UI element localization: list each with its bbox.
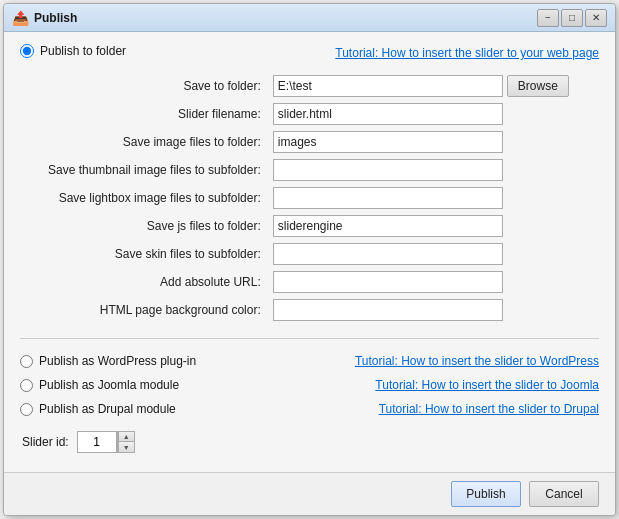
- field-label: Save to folder:: [20, 72, 269, 100]
- close-button[interactable]: ✕: [585, 9, 607, 27]
- spinner-down-button[interactable]: ▼: [118, 442, 134, 452]
- joomla-tutorial-link[interactable]: Tutorial: How to insert the slider to Jo…: [375, 378, 599, 392]
- table-row: Save image files to folder:: [20, 128, 599, 156]
- absolute-url-input[interactable]: [273, 271, 503, 293]
- joomla-label: Publish as Joomla module: [39, 378, 179, 392]
- skin-subfolder-input[interactable]: [273, 243, 503, 265]
- browse-button[interactable]: Browse: [507, 75, 569, 97]
- window-title: Publish: [34, 11, 537, 25]
- table-row: Save lightbox image files to subfolder:: [20, 184, 599, 212]
- table-row: Save to folder: Browse: [20, 72, 599, 100]
- field-label: Save thumbnail image files to subfolder:: [20, 156, 269, 184]
- image-folder-input[interactable]: [273, 131, 503, 153]
- field-cell: [269, 100, 599, 128]
- maximize-button[interactable]: □: [561, 9, 583, 27]
- field-label: Save skin files to subfolder:: [20, 240, 269, 268]
- window-icon: 📤: [12, 10, 28, 26]
- spinner-buttons: ▲ ▼: [117, 431, 135, 453]
- divider: [20, 338, 599, 339]
- field-label: Add absolute URL:: [20, 268, 269, 296]
- publish-folder-label: Publish to folder: [40, 44, 126, 58]
- js-folder-input[interactable]: [273, 215, 503, 237]
- field-label: Save image files to folder:: [20, 128, 269, 156]
- joomla-radio[interactable]: [20, 379, 33, 392]
- joomla-row: Publish as Joomla module Tutorial: How t…: [20, 373, 599, 397]
- table-row: Save thumbnail image files to subfolder:: [20, 156, 599, 184]
- slider-filename-input[interactable]: [273, 103, 503, 125]
- table-row: Save skin files to subfolder:: [20, 240, 599, 268]
- table-row: HTML page background color:: [20, 296, 599, 324]
- publish-dialog: 📤 Publish − □ ✕ Publish to folder Tutori…: [3, 3, 616, 516]
- minimize-button[interactable]: −: [537, 9, 559, 27]
- slider-id-spinner: ▲ ▼: [77, 431, 135, 453]
- field-label: Save lightbox image files to subfolder:: [20, 184, 269, 212]
- field-cell: [269, 212, 599, 240]
- wordpress-tutorial-link[interactable]: Tutorial: How to insert the slider to Wo…: [355, 354, 599, 368]
- drupal-row: Publish as Drupal module Tutorial: How t…: [20, 397, 599, 421]
- field-cell: [269, 240, 599, 268]
- slider-id-row: Slider id: ▲ ▼: [22, 431, 599, 453]
- publish-to-folder-section: Publish to folder Tutorial: How to inser…: [20, 44, 599, 324]
- field-cell: [269, 268, 599, 296]
- folder-tutorial-link[interactable]: Tutorial: How to insert the slider to yo…: [335, 46, 599, 60]
- wordpress-radio-part: Publish as WordPress plug-in: [20, 354, 280, 368]
- drupal-tutorial-link[interactable]: Tutorial: How to insert the slider to Dr…: [379, 402, 599, 416]
- slider-id-input[interactable]: [77, 431, 117, 453]
- slider-id-label: Slider id:: [22, 435, 69, 449]
- field-label: HTML page background color:: [20, 296, 269, 324]
- wordpress-radio[interactable]: [20, 355, 33, 368]
- thumbnail-subfolder-input[interactable]: [273, 159, 503, 181]
- dialog-content: Publish to folder Tutorial: How to inser…: [4, 32, 615, 472]
- section-header: Publish to folder Tutorial: How to inser…: [20, 44, 599, 62]
- table-row: Add absolute URL:: [20, 268, 599, 296]
- bg-color-input[interactable]: [273, 299, 503, 321]
- wordpress-label: Publish as WordPress plug-in: [39, 354, 196, 368]
- table-row: Save js files to folder:: [20, 212, 599, 240]
- publish-button[interactable]: Publish: [451, 481, 521, 507]
- drupal-radio[interactable]: [20, 403, 33, 416]
- publish-folder-radio[interactable]: [20, 44, 34, 58]
- table-row: Slider filename:: [20, 100, 599, 128]
- dialog-footer: Publish Cancel: [4, 472, 615, 515]
- spinner-up-button[interactable]: ▲: [118, 432, 134, 442]
- title-bar: 📤 Publish − □ ✕: [4, 4, 615, 32]
- field-cell: [269, 184, 599, 212]
- cancel-button[interactable]: Cancel: [529, 481, 599, 507]
- lightbox-subfolder-input[interactable]: [273, 187, 503, 209]
- field-label: Slider filename:: [20, 100, 269, 128]
- save-to-folder-input[interactable]: [273, 75, 503, 97]
- field-cell: [269, 156, 599, 184]
- wordpress-row: Publish as WordPress plug-in Tutorial: H…: [20, 349, 599, 373]
- folder-fields-table: Save to folder: Browse Slider filename:: [20, 72, 599, 324]
- publish-folder-radio-row: Publish to folder: [20, 44, 126, 58]
- field-cell: [269, 296, 599, 324]
- field-label: Save js files to folder:: [20, 212, 269, 240]
- other-publish-section: Publish as WordPress plug-in Tutorial: H…: [20, 349, 599, 453]
- window-controls: − □ ✕: [537, 9, 607, 27]
- joomla-radio-part: Publish as Joomla module: [20, 378, 280, 392]
- field-cell: [269, 128, 599, 156]
- field-cell: Browse: [269, 72, 599, 100]
- drupal-label: Publish as Drupal module: [39, 402, 176, 416]
- drupal-radio-part: Publish as Drupal module: [20, 402, 280, 416]
